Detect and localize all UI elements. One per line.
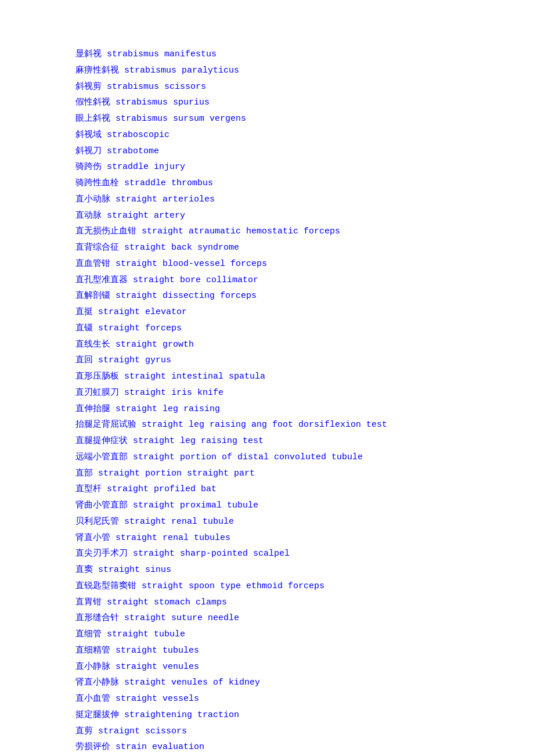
chinese-term: 远端小管直部 [75,452,133,462]
english-term: straight renal tubule [124,517,234,527]
chinese-term: 显斜视 [75,49,107,59]
chinese-term: 斜视域 [75,130,107,140]
list-item: 直胃钳 straight stomach clamps [75,595,464,611]
chinese-term: 劳损评价 [75,742,116,752]
list-item: 贝利尼氏管 straight renal tubule [75,514,464,530]
english-term: straight dissecting forceps [116,291,257,301]
english-term: strabismus spurius [116,98,210,107]
chinese-term: 肾直小管 [75,533,116,543]
chinese-term: 直无损伤止血钳 [75,226,142,236]
list-item: 直无损伤止血钳 straight atraumatic hemostatic f… [75,224,464,240]
chinese-term: 直尖刃手术刀 [75,549,133,559]
english-term: strabismus paralyticus [124,66,239,75]
list-item: 直背综合征 straight back syndrome [75,240,464,256]
english-term: straignt scissors [98,726,187,736]
list-item: 肾直小管 straight renal tubules [75,530,464,546]
chinese-term: 直剪 [75,726,98,736]
english-term: straight blood-vessel forceps [116,259,267,269]
list-item: 直动脉 straight artery [75,208,464,224]
list-item: 眼上斜视 strabismus sursum vergens [75,111,464,127]
chinese-term: 直伸抬腿 [75,404,116,414]
english-term: straight arterioles [116,195,215,204]
chinese-term: 直回 [75,355,98,365]
english-term: straight tubule [107,629,185,639]
list-item: 直尖刃手术刀 straight sharp-pointed scalpel [75,546,464,562]
english-term: straight leg raising ang foot dorsiflexi… [142,420,387,430]
english-term: straight spoon type ethmoid forceps [142,581,324,591]
list-item: 斜视域 straboscopic [75,127,464,143]
chinese-term: 直镊 [75,323,98,333]
list-item: 抬腿足背屈试验 straight leg raising ang foot do… [75,417,464,433]
english-term: straight iris knife [124,388,223,398]
list-item: 斜视刀 strabotome [75,143,464,160]
chinese-term: 斜视剪 [75,82,107,92]
english-term: straboscopic [107,130,169,140]
english-term: straight venules of kidney [124,678,260,687]
chinese-term: 直线生长 [75,340,116,350]
chinese-term: 直形压肠板 [75,372,124,381]
list-item: 直形缝合针 straight suture needle [75,610,464,627]
english-term: straight vessels [116,694,199,704]
list-item: 直小静脉 straight venules [75,659,464,675]
chinese-term: 直腿提伸症状 [75,436,133,446]
chinese-term: 直形缝合针 [75,613,124,623]
chinese-term: 直刃虹膜刀 [75,388,124,398]
english-term: straightening traction [124,710,239,720]
chinese-term: 挺定腿拔伸 [75,710,124,720]
english-term: straddle injury [107,162,185,172]
chinese-term: 眼上斜视 [75,114,116,124]
list-item: 直型杆 straight profiled bat [75,481,464,498]
list-item: 直刃虹膜刀 straight iris knife [75,385,464,401]
list-item: 直剪 straignt scissors [75,723,464,740]
english-term: straight gyrus [98,355,171,365]
chinese-term: 直窦 [75,565,98,575]
english-term: straight renal tubules [116,533,230,543]
chinese-term: 直动脉 [75,211,107,221]
chinese-term: 直小静脉 [75,662,116,672]
list-item: 直腿提伸症状 straight leg raising test [75,433,464,449]
english-term: straight growth [116,340,194,350]
list-item: 直锐匙型筛窦钳 straight spoon type ethmoid forc… [75,578,464,595]
chinese-term: 肾直小静脉 [75,678,124,687]
list-item: 直小动脉 straight arterioles [75,192,464,208]
english-term: straight leg raising [116,404,220,414]
chinese-term: 直小动脉 [75,195,116,204]
chinese-term: 直锐匙型筛窦钳 [75,581,142,591]
list-item: 直回 straight gyrus [75,352,464,369]
english-term: straight atraumatic hemostatic forceps [142,226,340,236]
english-term: strabismus sursum vergens [116,114,246,124]
list-item: 挺定腿拔伸 straightening traction [75,707,464,723]
list-item: 假性斜视 strabismus spurius [75,95,464,111]
english-term: straight venules [116,662,199,672]
list-item: 直部 straight portion straight part [75,466,464,482]
english-term: strabotome [107,146,159,156]
chinese-term: 直小血管 [75,694,116,704]
chinese-term: 直部 [75,469,98,478]
list-item: 远端小管直部 straight portion of distal convol… [75,449,464,466]
list-item: 直伸抬腿 straight leg raising [75,401,464,417]
chinese-term: 直血管钳 [75,259,116,269]
list-item: 直细精管 straight tubules [75,643,464,659]
chinese-term: 贝利尼氏管 [75,517,124,527]
english-term: straddle thrombus [124,178,213,188]
english-term: straight artery [107,211,185,221]
english-term: straight bore collimator [133,275,258,285]
list-item: 劳损评价 strain evaluation [75,739,464,755]
list-item: 直镊 straight forceps [75,321,464,337]
chinese-term: 直背综合征 [75,243,124,253]
list-item: 直细管 straight tubule [75,627,464,643]
list-item: 骑跨性血栓 straddle thrombus [75,175,464,192]
english-term: straight sharp-pointed scalpel [133,549,290,559]
chinese-term: 抬腿足背屈试验 [75,420,142,430]
english-term: straight tubules [116,646,199,656]
chinese-term: 骑跨性血栓 [75,178,124,188]
english-term: straight leg raising test [133,436,264,446]
english-term: straight back syndrome [124,243,239,253]
list-item: 直窦 straight sinus [75,562,464,578]
list-item: 麻痹性斜视 strabismus paralyticus [75,63,464,79]
english-term: straight proximal tubule [133,501,258,510]
english-term: strabismus manifestus [107,49,217,59]
chinese-term: 直胃钳 [75,597,107,607]
english-term: straight intestinal spatula [124,372,265,381]
list-item: 直血管钳 straight blood-vessel forceps [75,256,464,272]
